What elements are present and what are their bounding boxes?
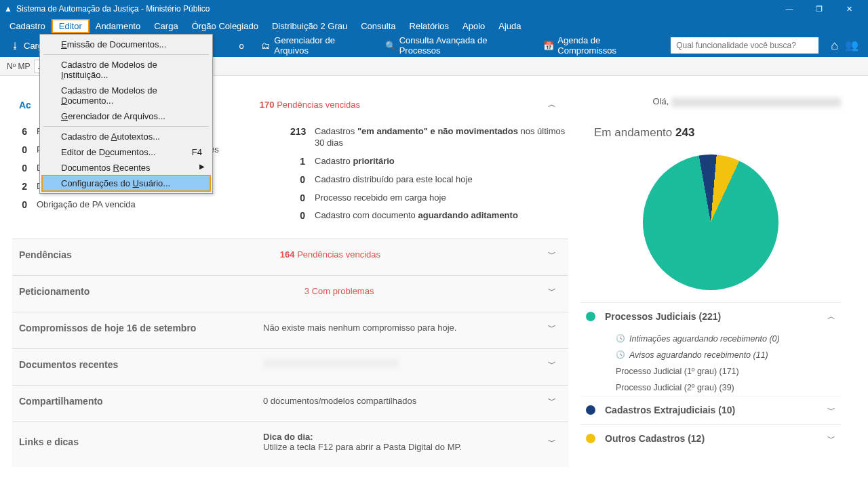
stat-row[interactable]: 0Cadastro com documento aguardando adita… [290, 207, 568, 225]
panel-title: Ac [19, 100, 31, 110]
greeting: Olá, [580, 89, 841, 121]
clock-icon: 🕓 [616, 350, 625, 359]
stat-number: 0 [12, 163, 37, 173]
menu-andamento[interactable]: Andamento [89, 20, 148, 33]
chevron-down-icon: ﹀ [548, 358, 561, 370]
id-label: Nº MP [7, 62, 30, 71]
panel-header[interactable]: Links e dicas Dica do dia: Utilize a tec… [12, 422, 568, 462]
maximize-button[interactable]: ❐ [804, 0, 834, 18]
chevron-down-icon: ﹀ [827, 433, 835, 445]
panel-title: Documentos recentes [19, 359, 263, 370]
menu-gerenciador-arquivos[interactable]: Gerenciador de Arquivos... [42, 108, 210, 124]
menu-distribuicao[interactable]: Distribuição 2 Grau [265, 20, 354, 33]
menu-emissao-documentos[interactable]: Emissão de Documentos... [42, 37, 210, 52]
toolbar-agenda[interactable]: 📅Agenda de Compromissos [539, 33, 663, 58]
search-input[interactable] [671, 37, 818, 54]
legend-dot-icon [586, 434, 595, 443]
panel-subtitle: 3 Com problemas [90, 286, 548, 296]
panel-compromissos: Compromissos de hoje 16 de setembro Não … [12, 312, 568, 348]
panel-subtitle: 0 documentos/modelos compartilhados [263, 396, 548, 406]
menu-cadastro-modelos-instituicao[interactable]: Cadastro de Modelos de Instituição... [42, 57, 210, 83]
chevron-down-icon: ﹀ [827, 405, 835, 416]
panel-subtitle: Dica do dia: Utilize a tecla F12 para ab… [263, 432, 548, 452]
menu-cadastro-modelos-documento[interactable]: Cadastro de Modelos de Documento... [42, 83, 210, 108]
users-icon[interactable]: 👥 [845, 39, 859, 53]
legend-sub-text: Avisos aguardando recebimento (11) [629, 350, 768, 360]
menu-documentos-recentes[interactable]: Documentos Recentes▶ [42, 160, 210, 176]
menu-ajuda[interactable]: Ajuda [492, 20, 528, 33]
menu-editor[interactable]: Editor [52, 20, 89, 33]
toolbar-label: Agenda de Compromissos [557, 35, 658, 56]
toolbar-gerenciador-arquivos[interactable]: 🗂Gerenciador de Arquivos [256, 33, 373, 58]
submenu-arrow-icon: ▶ [199, 163, 205, 170]
calendar-icon: 📅 [543, 40, 554, 51]
count: 170 [260, 100, 275, 110]
stat-number: 0 [290, 210, 315, 221]
chevron-down-icon: ﹀ [548, 436, 561, 448]
panel-header[interactable]: Compromissos de hoje 16 de setembro Não … [12, 312, 568, 343]
chevron-down-icon: ﹀ [548, 322, 561, 333]
menu-orgao-colegiado[interactable]: Órgão Colegiado [185, 20, 265, 33]
separator [43, 126, 209, 127]
legend-processos-judiciais[interactable]: Processos Judiciais (221) ︿ [580, 302, 841, 331]
menu-cadastro[interactable]: Cadastro [3, 20, 52, 33]
stat-text: Processo recebido em carga hoje [315, 192, 568, 204]
panel-documentos-recentes: Documentos recentes ﹀ [12, 348, 568, 385]
menu-configuracoes-usuario[interactable]: Configurações do Usuário... [42, 176, 210, 191]
legend-sub-item[interactable]: 🕓Intimações aguardando recebimento (0) [580, 331, 841, 347]
menu-apoio[interactable]: Apoio [456, 20, 492, 33]
panel-title: Compartilhamento [19, 396, 263, 407]
legend-label: Outros Cadastros (12) [605, 433, 705, 444]
menu-carga[interactable]: Carga [147, 20, 184, 33]
menu-cadastro-autotextos[interactable]: Cadastro de Autotextos... [42, 129, 210, 144]
legend-sub-item[interactable]: 🕓Avisos aguardando recebimento (11) [580, 347, 841, 363]
menu-relatorios[interactable]: Relatórios [403, 20, 456, 33]
panel-header[interactable]: Compartilhamento 0 documentos/modelos co… [12, 386, 568, 416]
stat-row[interactable]: 0Cadastro distribuído para este local ho… [290, 171, 568, 189]
legend-outros-cadastros[interactable]: Outros Cadastros (12) ﹀ [580, 424, 841, 453]
legend-sub-item[interactable]: Processo Judicial (1º grau) (171) [580, 363, 841, 380]
count: 164 [280, 249, 295, 260]
stat-row[interactable]: 0Obrigação de PA vencida [12, 196, 290, 214]
stat-number: 2 [12, 181, 37, 192]
minimize-button[interactable]: — [774, 0, 804, 18]
stat-number: 213 [290, 126, 315, 137]
chevron-down-icon: ﹀ [548, 285, 561, 297]
stat-number: 0 [12, 144, 37, 155]
stat-text: Cadastro prioritário [315, 156, 568, 167]
stat-row[interactable]: 213Cadastros "em andamento" e não movime… [290, 123, 568, 152]
stat-row[interactable]: 1Cadastro prioritário [290, 152, 568, 171]
user-name-blur [671, 98, 841, 107]
pie-graphic [632, 144, 789, 301]
count: 3 [304, 286, 309, 296]
close-button[interactable]: ✕ [834, 0, 864, 18]
side-panel: Olá, Em andamento 243 Processos Judiciai… [580, 76, 850, 492]
label: Pendências vencidas [297, 249, 380, 260]
shortcut-label: F4 [192, 147, 202, 157]
legend-sub-item[interactable]: Processo Judicial (2º grau) (39) [580, 380, 841, 396]
search-icon: 🔍 [385, 40, 396, 51]
home-icon[interactable]: ⌂ [831, 39, 838, 53]
panel-header[interactable]: Pendências 164 Pendências vencidas ﹀ [12, 239, 568, 270]
menubar: Cadastro Editor Andamento Carga Órgão Co… [0, 18, 868, 34]
stat-row[interactable]: 0Processo recebido em carga hoje [290, 189, 568, 207]
toolbar-search [671, 37, 818, 54]
toolbar-label: Gerenciador de Arquivos [274, 35, 368, 56]
menu-editor-documentos[interactable]: Editor de Documentos...F4 [42, 144, 210, 160]
panel-title: Pendências [19, 249, 72, 260]
stat-text: Obrigação de PA vencida [37, 199, 290, 211]
chevron-up-icon: ︿ [548, 99, 561, 110]
panel-header[interactable]: Peticionamento 3 Com problemas ﹀ [12, 276, 568, 306]
stat-text: Cadastros "em andamento" e não movimenta… [315, 126, 568, 149]
chevron-down-icon: ﹀ [548, 395, 561, 407]
panel-header[interactable]: Documentos recentes ﹀ [12, 349, 568, 380]
legend-sub-text: Intimações aguardando recebimento (0) [629, 334, 780, 344]
toolbar-consulta-avancada[interactable]: 🔍Consulta Avançada de Processos [381, 33, 532, 58]
chevron-up-icon: ︿ [827, 311, 835, 323]
side-title-count: 243 [675, 126, 694, 139]
panel-title: Peticionamento [19, 286, 90, 297]
legend-cadastros-extrajudiciais[interactable]: Cadastros Extrajudiciais (10) ﹀ [580, 396, 841, 424]
legend-label: Processos Judiciais (221) [605, 311, 721, 322]
toolbar-unknown[interactable]: o [235, 38, 248, 54]
menu-consulta[interactable]: Consulta [354, 20, 402, 33]
